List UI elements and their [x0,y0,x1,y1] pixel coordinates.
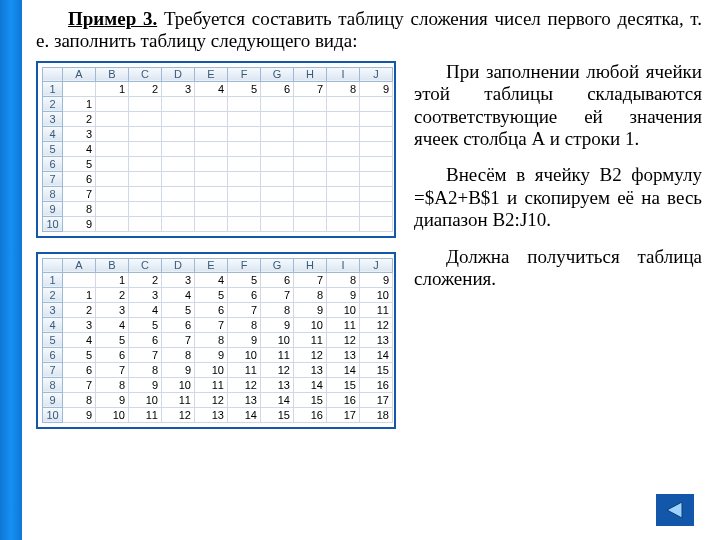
cell: 1 [96,81,129,96]
cell [294,156,327,171]
cell: 14 [228,407,261,422]
cell: 16 [360,377,393,392]
cell: 5 [228,272,261,287]
cell: 6 [63,362,96,377]
row-header: 4 [43,126,63,141]
cell: 4 [96,317,129,332]
row-header: 7 [43,171,63,186]
cell [327,186,360,201]
col-header: H [294,258,327,272]
cell: 2 [96,287,129,302]
cell: 9 [228,332,261,347]
cell: 10 [228,347,261,362]
cell: 15 [294,392,327,407]
cell: 17 [327,407,360,422]
cell: 13 [327,347,360,362]
col-header: I [327,258,360,272]
cell: 4 [162,287,195,302]
cell [96,186,129,201]
cell: 6 [228,287,261,302]
para-formula: Внесём в ячейку В2 формулу =$A2+B$1 и ск… [414,164,702,231]
row-header: 3 [43,111,63,126]
cell: 7 [294,272,327,287]
cell [360,201,393,216]
cell: 9 [195,347,228,362]
cell: 6 [261,81,294,96]
row-header: 2 [43,96,63,111]
cell [129,171,162,186]
corner-header [43,258,63,272]
cell: 8 [63,201,96,216]
cell: 9 [129,377,162,392]
cell: 1 [63,287,96,302]
cell [261,156,294,171]
cell [294,201,327,216]
cell [294,141,327,156]
cell: 4 [63,141,96,156]
cell: 1 [96,272,129,287]
para-result: Должна получиться таблица сложения. [414,246,702,291]
row-header: 2 [43,287,63,302]
cell: 8 [195,332,228,347]
cell: 10 [129,392,162,407]
cell [96,171,129,186]
cell [96,201,129,216]
cell [162,126,195,141]
cell: 12 [162,407,195,422]
cell: 10 [294,317,327,332]
cell [294,216,327,231]
spreadsheet-initial: ABCDEFGHIJ11234567892132435465768798109 [36,61,396,238]
cell: 12 [195,392,228,407]
cell [360,186,393,201]
col-header: A [63,258,96,272]
example-heading: Пример 3. [68,8,157,29]
cell: 10 [261,332,294,347]
col-header: D [162,67,195,81]
cell [228,186,261,201]
cell: 8 [96,377,129,392]
cell [228,141,261,156]
cell [261,201,294,216]
col-header: B [96,258,129,272]
cell: 10 [195,362,228,377]
cell: 3 [129,287,162,302]
intro-paragraph: Пример 3. Требуется составить таблицу сл… [36,8,702,53]
cell: 9 [96,392,129,407]
cell: 6 [261,272,294,287]
cell: 9 [261,317,294,332]
col-header: C [129,67,162,81]
cell: 3 [96,302,129,317]
cell [162,201,195,216]
cell [63,272,96,287]
cell [261,171,294,186]
cell: 9 [294,302,327,317]
cell [129,156,162,171]
cell: 13 [360,332,393,347]
cell: 8 [261,302,294,317]
col-header: C [129,258,162,272]
cell [294,111,327,126]
cell [162,111,195,126]
cell [162,216,195,231]
cell [261,141,294,156]
cell [129,111,162,126]
cell [228,126,261,141]
cell: 16 [294,407,327,422]
cell [162,141,195,156]
back-button[interactable] [656,494,694,526]
cell: 9 [63,407,96,422]
cell [162,171,195,186]
cell [360,126,393,141]
cell: 9 [327,287,360,302]
row-header: 5 [43,141,63,156]
row-header: 6 [43,347,63,362]
cell [360,111,393,126]
cell: 15 [327,377,360,392]
col-header: E [195,258,228,272]
cell [129,216,162,231]
cell: 4 [63,332,96,347]
col-header: G [261,258,294,272]
cell [195,156,228,171]
cell [327,171,360,186]
cell: 3 [162,81,195,96]
